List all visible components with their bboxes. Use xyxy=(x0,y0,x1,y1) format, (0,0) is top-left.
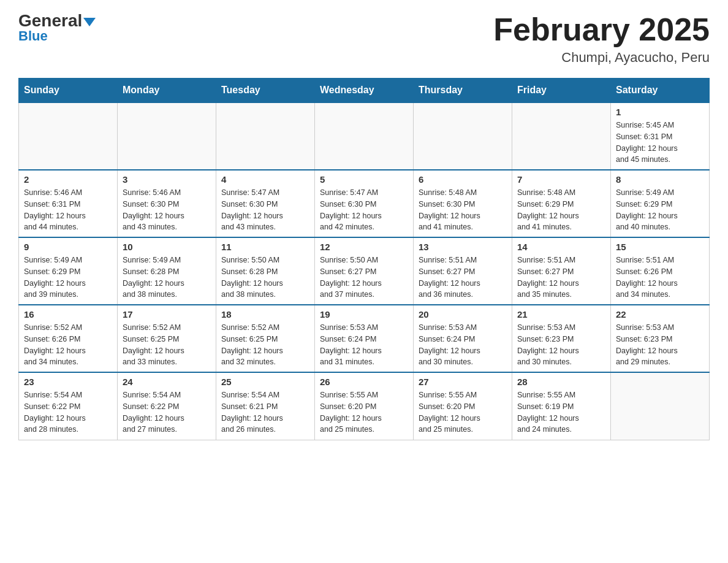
calendar-cell: 13Sunrise: 5:51 AM Sunset: 6:27 PM Dayli… xyxy=(414,237,512,305)
calendar-cell xyxy=(216,102,315,170)
calendar-cell: 28Sunrise: 5:55 AM Sunset: 6:19 PM Dayli… xyxy=(512,372,611,440)
day-info: Sunrise: 5:48 AM Sunset: 6:29 PM Dayligh… xyxy=(517,187,605,233)
calendar-cell: 12Sunrise: 5:50 AM Sunset: 6:27 PM Dayli… xyxy=(315,237,414,305)
day-number: 24 xyxy=(123,377,211,387)
calendar-cell xyxy=(512,102,611,170)
month-title: February 2025 xyxy=(493,12,710,47)
calendar-cell: 23Sunrise: 5:54 AM Sunset: 6:22 PM Dayli… xyxy=(19,372,118,440)
week-row-4: 16Sunrise: 5:52 AM Sunset: 6:26 PM Dayli… xyxy=(19,305,710,372)
logo-sub-text: Blue xyxy=(18,28,48,44)
day-number: 19 xyxy=(320,309,408,320)
day-info: Sunrise: 5:47 AM Sunset: 6:30 PM Dayligh… xyxy=(221,187,309,233)
calendar-cell: 11Sunrise: 5:50 AM Sunset: 6:28 PM Dayli… xyxy=(216,237,315,305)
day-info: Sunrise: 5:53 AM Sunset: 6:24 PM Dayligh… xyxy=(419,322,507,368)
day-info: Sunrise: 5:50 AM Sunset: 6:28 PM Dayligh… xyxy=(221,255,309,301)
day-info: Sunrise: 5:52 AM Sunset: 6:25 PM Dayligh… xyxy=(221,322,309,368)
day-number: 26 xyxy=(320,377,408,387)
day-number: 20 xyxy=(419,309,507,320)
day-info: Sunrise: 5:55 AM Sunset: 6:20 PM Dayligh… xyxy=(419,389,507,435)
day-info: Sunrise: 5:51 AM Sunset: 6:27 PM Dayligh… xyxy=(517,255,605,301)
calendar-cell: 26Sunrise: 5:55 AM Sunset: 6:20 PM Dayli… xyxy=(315,372,414,440)
calendar-cell xyxy=(414,102,512,170)
day-info: Sunrise: 5:50 AM Sunset: 6:27 PM Dayligh… xyxy=(320,255,408,301)
weekday-header-wednesday: Wednesday xyxy=(315,79,414,103)
calendar-cell: 16Sunrise: 5:52 AM Sunset: 6:26 PM Dayli… xyxy=(19,305,118,372)
day-info: Sunrise: 5:49 AM Sunset: 6:29 PM Dayligh… xyxy=(24,255,112,301)
day-info: Sunrise: 5:52 AM Sunset: 6:25 PM Dayligh… xyxy=(123,322,211,368)
weekday-header-thursday: Thursday xyxy=(414,79,512,103)
weekday-header-monday: Monday xyxy=(118,79,216,103)
calendar-cell xyxy=(315,102,414,170)
calendar-table: SundayMondayTuesdayWednesdayThursdayFrid… xyxy=(18,78,710,440)
day-info: Sunrise: 5:51 AM Sunset: 6:27 PM Dayligh… xyxy=(419,255,507,301)
week-row-2: 2Sunrise: 5:46 AM Sunset: 6:31 PM Daylig… xyxy=(19,170,710,237)
calendar-cell: 1Sunrise: 5:45 AM Sunset: 6:31 PM Daylig… xyxy=(611,102,710,170)
day-info: Sunrise: 5:54 AM Sunset: 6:22 PM Dayligh… xyxy=(123,389,211,435)
day-number: 16 xyxy=(24,309,112,320)
day-info: Sunrise: 5:46 AM Sunset: 6:30 PM Dayligh… xyxy=(123,187,211,233)
day-number: 4 xyxy=(221,174,309,185)
page-header: General Blue February 2025 Chumpi, Ayacu… xyxy=(18,12,710,66)
calendar-cell: 3Sunrise: 5:46 AM Sunset: 6:30 PM Daylig… xyxy=(118,170,216,237)
week-row-5: 23Sunrise: 5:54 AM Sunset: 6:22 PM Dayli… xyxy=(19,372,710,440)
day-info: Sunrise: 5:55 AM Sunset: 6:19 PM Dayligh… xyxy=(517,389,605,435)
day-info: Sunrise: 5:52 AM Sunset: 6:26 PM Dayligh… xyxy=(24,322,112,368)
day-number: 27 xyxy=(419,377,507,387)
day-info: Sunrise: 5:49 AM Sunset: 6:28 PM Dayligh… xyxy=(123,255,211,301)
day-number: 28 xyxy=(517,377,605,387)
calendar-cell: 8Sunrise: 5:49 AM Sunset: 6:29 PM Daylig… xyxy=(611,170,710,237)
calendar-cell: 7Sunrise: 5:48 AM Sunset: 6:29 PM Daylig… xyxy=(512,170,611,237)
day-number: 13 xyxy=(419,242,507,252)
calendar-cell: 18Sunrise: 5:52 AM Sunset: 6:25 PM Dayli… xyxy=(216,305,315,372)
weekday-header-sunday: Sunday xyxy=(19,79,118,103)
day-info: Sunrise: 5:53 AM Sunset: 6:24 PM Dayligh… xyxy=(320,322,408,368)
day-number: 7 xyxy=(517,174,605,185)
calendar-cell xyxy=(611,372,710,440)
day-info: Sunrise: 5:46 AM Sunset: 6:31 PM Dayligh… xyxy=(24,187,112,233)
calendar-cell: 10Sunrise: 5:49 AM Sunset: 6:28 PM Dayli… xyxy=(118,237,216,305)
calendar-cell: 20Sunrise: 5:53 AM Sunset: 6:24 PM Dayli… xyxy=(414,305,512,372)
calendar-cell: 5Sunrise: 5:47 AM Sunset: 6:30 PM Daylig… xyxy=(315,170,414,237)
day-info: Sunrise: 5:51 AM Sunset: 6:26 PM Dayligh… xyxy=(616,255,704,301)
calendar-cell xyxy=(19,102,118,170)
calendar-cell: 22Sunrise: 5:53 AM Sunset: 6:23 PM Dayli… xyxy=(611,305,710,372)
calendar-cell: 2Sunrise: 5:46 AM Sunset: 6:31 PM Daylig… xyxy=(19,170,118,237)
calendar-cell: 17Sunrise: 5:52 AM Sunset: 6:25 PM Dayli… xyxy=(118,305,216,372)
day-number: 21 xyxy=(517,309,605,320)
day-info: Sunrise: 5:53 AM Sunset: 6:23 PM Dayligh… xyxy=(517,322,605,368)
day-number: 3 xyxy=(123,174,211,185)
weekday-header-saturday: Saturday xyxy=(611,79,710,103)
day-number: 6 xyxy=(419,174,507,185)
calendar-cell: 9Sunrise: 5:49 AM Sunset: 6:29 PM Daylig… xyxy=(19,237,118,305)
day-info: Sunrise: 5:54 AM Sunset: 6:22 PM Dayligh… xyxy=(24,389,112,435)
day-info: Sunrise: 5:45 AM Sunset: 6:31 PM Dayligh… xyxy=(616,120,704,166)
day-number: 1 xyxy=(616,107,704,117)
day-number: 14 xyxy=(517,242,605,252)
day-number: 12 xyxy=(320,242,408,252)
day-number: 25 xyxy=(221,377,309,387)
calendar-cell: 24Sunrise: 5:54 AM Sunset: 6:22 PM Dayli… xyxy=(118,372,216,440)
day-number: 10 xyxy=(123,242,211,252)
day-info: Sunrise: 5:54 AM Sunset: 6:21 PM Dayligh… xyxy=(221,389,309,435)
day-number: 8 xyxy=(616,174,704,185)
day-info: Sunrise: 5:48 AM Sunset: 6:30 PM Dayligh… xyxy=(419,187,507,233)
calendar-cell: 15Sunrise: 5:51 AM Sunset: 6:26 PM Dayli… xyxy=(611,237,710,305)
day-number: 18 xyxy=(221,309,309,320)
weekday-header-tuesday: Tuesday xyxy=(216,79,315,103)
day-number: 23 xyxy=(24,377,112,387)
day-info: Sunrise: 5:49 AM Sunset: 6:29 PM Dayligh… xyxy=(616,187,704,233)
week-row-3: 9Sunrise: 5:49 AM Sunset: 6:29 PM Daylig… xyxy=(19,237,710,305)
calendar-cell: 27Sunrise: 5:55 AM Sunset: 6:20 PM Dayli… xyxy=(414,372,512,440)
logo-main-text: General xyxy=(18,12,96,29)
week-row-1: 1Sunrise: 5:45 AM Sunset: 6:31 PM Daylig… xyxy=(19,102,710,170)
calendar-cell: 14Sunrise: 5:51 AM Sunset: 6:27 PM Dayli… xyxy=(512,237,611,305)
weekday-header-row: SundayMondayTuesdayWednesdayThursdayFrid… xyxy=(19,79,710,103)
calendar-cell: 19Sunrise: 5:53 AM Sunset: 6:24 PM Dayli… xyxy=(315,305,414,372)
day-number: 15 xyxy=(616,242,704,252)
day-number: 17 xyxy=(123,309,211,320)
day-number: 5 xyxy=(320,174,408,185)
calendar-cell: 25Sunrise: 5:54 AM Sunset: 6:21 PM Dayli… xyxy=(216,372,315,440)
day-info: Sunrise: 5:53 AM Sunset: 6:23 PM Dayligh… xyxy=(616,322,704,368)
title-block: February 2025 Chumpi, Ayacucho, Peru xyxy=(493,12,710,66)
day-number: 2 xyxy=(24,174,112,185)
